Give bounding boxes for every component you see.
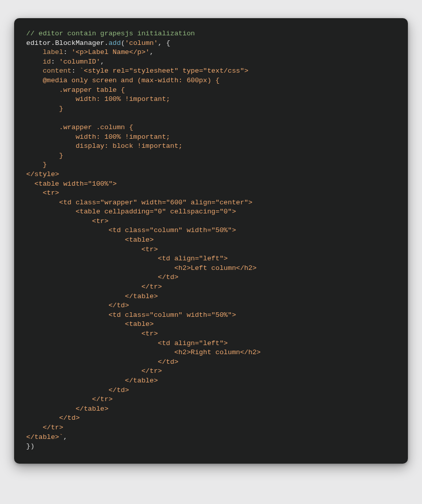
code-punct: , { xyxy=(158,39,170,47)
code-card: // editor contain grapesjs initializatio… xyxy=(14,18,408,464)
code-string-line: </td> xyxy=(26,386,129,394)
code-indent xyxy=(26,67,43,75)
code-string-line: </tr> xyxy=(26,424,63,431)
code-string-line: <tr> xyxy=(26,330,158,338)
code-ident: editor xyxy=(26,39,51,47)
code-string-line: </td> xyxy=(26,302,129,309)
code-punct: . xyxy=(51,39,55,47)
code-method: add xyxy=(108,39,120,47)
code-string-line: <td align="left"> xyxy=(26,255,228,262)
code-string-line: <table width="100%"> xyxy=(26,180,116,188)
code-string: '<p>Label Name</p>' xyxy=(72,48,150,56)
code-string-line: } xyxy=(26,105,63,113)
code-string-line: </td> xyxy=(26,414,80,422)
code-indent xyxy=(26,48,43,56)
code-punct: : xyxy=(72,67,80,75)
code-string: 'columnID' xyxy=(59,58,100,66)
code-string-line: </td> xyxy=(26,358,178,366)
code-string-line: </tr> xyxy=(26,396,112,403)
code-string-line: <table cellpadding="0" cellspacing="0"> xyxy=(26,208,236,215)
code-key: content xyxy=(43,67,72,75)
code-string-line: </tr> xyxy=(26,367,162,375)
code-punct: , xyxy=(100,58,104,66)
code-string-line: <h2>Left column</h2> xyxy=(26,264,257,272)
code-string-line: <tr> xyxy=(26,217,108,225)
code-punct: ( xyxy=(121,39,125,47)
code-punct: }) xyxy=(26,442,34,450)
code-string-line: </table> xyxy=(26,405,108,413)
code-string-line: </tr> xyxy=(26,283,162,291)
code-string-line: </style> xyxy=(26,171,59,178)
code-string-line: <td class="column" width="50%"> xyxy=(26,311,236,319)
code-string-line: } xyxy=(26,152,63,159)
code-string-line: display: block !important; xyxy=(26,142,183,150)
code-string-line: <h2>Right column</h2> xyxy=(26,349,261,356)
code-string: `<style rel="stylesheet" type="text/css"… xyxy=(80,67,248,75)
code-string-line: .wrapper .column { xyxy=(26,124,133,131)
code-string-line: width: 100% !important; xyxy=(26,133,170,141)
code-punct: : xyxy=(63,48,71,56)
code-block: // editor contain grapesjs initializatio… xyxy=(26,29,396,452)
code-string-line: <tr> xyxy=(26,189,59,197)
code-string-line: <td class="wrapper" width="600" align="c… xyxy=(26,199,253,206)
code-string-line: </table>` xyxy=(26,433,63,441)
code-string-line: <table> xyxy=(26,236,154,244)
code-string-line: <tr> xyxy=(26,246,158,253)
code-indent xyxy=(26,58,43,66)
code-string-line: <table> xyxy=(26,320,154,328)
code-string-line: </td> xyxy=(26,273,178,281)
code-key: label xyxy=(43,48,64,56)
code-punct: : xyxy=(51,58,59,66)
code-string-line: </table> xyxy=(26,293,158,300)
code-string-line: <td class="column" width="50%"> xyxy=(26,227,236,234)
code-string-line: @media only screen and (max-width: 600px… xyxy=(26,77,219,84)
code-string-line: width: 100% !important; xyxy=(26,95,170,103)
code-comment: // editor contain grapesjs initializatio… xyxy=(26,30,195,37)
code-string-line: } xyxy=(26,161,47,169)
code-string: 'column' xyxy=(125,39,158,47)
code-punct: , xyxy=(63,433,67,441)
code-punct: . xyxy=(104,39,108,47)
code-string-line: <td align="left"> xyxy=(26,340,228,347)
code-string-line: </table> xyxy=(26,377,158,384)
code-punct: , xyxy=(150,48,154,56)
code-string-line: .wrapper table { xyxy=(26,86,125,94)
code-key: id xyxy=(43,58,51,66)
code-ident: BlockManager xyxy=(55,39,104,47)
